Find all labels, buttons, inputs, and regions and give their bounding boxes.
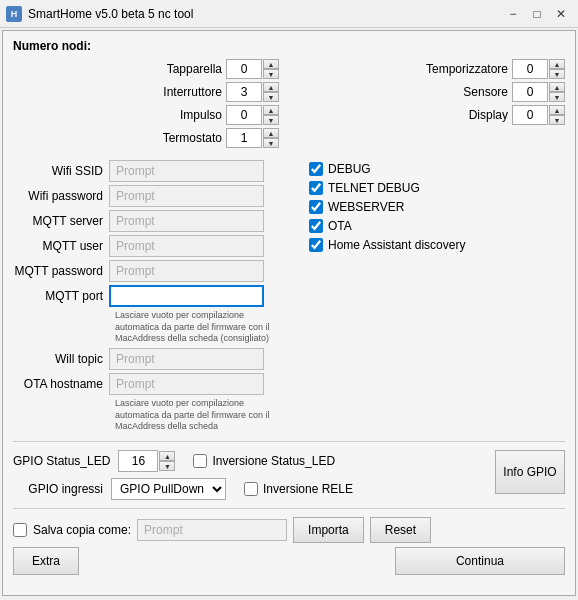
inversione-rele-row: Inversione RELE: [244, 482, 353, 496]
wifi-password-label: Wifi password: [13, 189, 103, 203]
mqtt-user-row: MQTT user: [13, 235, 289, 257]
minimize-button[interactable]: −: [502, 5, 524, 23]
ota-label: OTA: [328, 219, 352, 233]
termostato-down[interactable]: ▼: [263, 138, 279, 148]
impulso-spinner: ▲ ▼: [226, 105, 279, 125]
inversione-status-led-row: Inversione Status_LED: [193, 454, 335, 468]
inversione-status-led-checkbox[interactable]: [193, 454, 207, 468]
display-input[interactable]: [512, 105, 548, 125]
nodi-row-temporizzatore: Temporizzatore ▲ ▼: [299, 59, 565, 79]
nodi-row-display: Display ▲ ▼: [299, 105, 565, 125]
divider: [13, 441, 565, 442]
interruttore-up[interactable]: ▲: [263, 82, 279, 92]
ota-hint: Lasciare vuoto per compilazione automati…: [115, 398, 289, 433]
interruttore-down[interactable]: ▼: [263, 92, 279, 102]
title-bar-left: H SmartHome v5.0 beta 5 nc tool: [6, 6, 193, 22]
nodi-row-interruttore: Interruttore ▲ ▼: [13, 82, 279, 102]
divider2: [13, 508, 565, 509]
nodi-row-impulso: Impulso ▲ ▼: [13, 105, 279, 125]
interruttore-label: Interruttore: [142, 85, 222, 99]
gpio-status-led-up[interactable]: ▲: [159, 451, 175, 461]
inversione-rele-checkbox[interactable]: [244, 482, 258, 496]
salva-label: Salva copia come:: [33, 523, 131, 537]
close-button[interactable]: ✕: [550, 5, 572, 23]
mqtt-user-input[interactable]: [109, 235, 264, 257]
wifi-ssid-input[interactable]: [109, 160, 264, 182]
gpio-status-led-down[interactable]: ▼: [159, 461, 175, 471]
temporizzatore-up[interactable]: ▲: [549, 59, 565, 69]
telnet-checkbox-row: TELNET DEBUG: [309, 181, 565, 195]
app-title: SmartHome v5.0 beta 5 nc tool: [28, 7, 193, 21]
display-down[interactable]: ▼: [549, 115, 565, 125]
tapparella-input[interactable]: [226, 59, 262, 79]
maximize-button[interactable]: □: [526, 5, 548, 23]
tapparella-spinner-btns: ▲ ▼: [263, 59, 279, 79]
wifi-password-input[interactable]: [109, 185, 264, 207]
tapparella-spinner: ▲ ▼: [226, 59, 279, 79]
termostato-up[interactable]: ▲: [263, 128, 279, 138]
gpio-status-led-spinner-btns: ▲ ▼: [159, 451, 175, 471]
display-spinner-btns: ▲ ▼: [549, 105, 565, 125]
extra-button[interactable]: Extra: [13, 547, 79, 575]
reset-button[interactable]: Reset: [370, 517, 431, 543]
webserver-checkbox[interactable]: [309, 200, 323, 214]
debug-label: DEBUG: [328, 162, 371, 176]
gpio-status-led-label: GPIO Status_LED: [13, 454, 110, 468]
gpio-ingressi-select[interactable]: GPIO PullDown GPIO PullUp: [111, 478, 226, 500]
mqtt-server-row: MQTT server: [13, 210, 289, 232]
ota-hostname-input[interactable]: [109, 373, 264, 395]
ota-checkbox[interactable]: [309, 219, 323, 233]
gpio-status-led-spinner: ▲ ▼: [118, 450, 175, 472]
mqtt-port-input[interactable]: [109, 285, 264, 307]
section-label-nodi: Numero nodi:: [13, 39, 565, 53]
sensore-input[interactable]: [512, 82, 548, 102]
homeassistant-checkbox[interactable]: [309, 238, 323, 252]
mqtt-port-hint: Lasciare vuoto per compilazione automati…: [115, 310, 289, 345]
tapparella-down[interactable]: ▼: [263, 69, 279, 79]
temporizzatore-input[interactable]: [512, 59, 548, 79]
ota-hostname-row: OTA hostname: [13, 373, 289, 395]
gpio-status-led-input[interactable]: [118, 450, 158, 472]
importa-button[interactable]: Importa: [293, 517, 364, 543]
impulso-spinner-btns: ▲ ▼: [263, 105, 279, 125]
gpio-ingressi-row: GPIO ingressi GPIO PullDown GPIO PullUp …: [13, 478, 495, 500]
wifi-password-row: Wifi password: [13, 185, 289, 207]
gpio-rows-left: GPIO Status_LED ▲ ▼ Inversione Status_LE…: [13, 450, 495, 500]
debug-checkbox[interactable]: [309, 162, 323, 176]
display-label: Display: [428, 108, 508, 122]
salva-input[interactable]: [137, 519, 287, 541]
temporizzatore-label: Temporizzatore: [426, 62, 508, 76]
will-topic-input[interactable]: [109, 348, 264, 370]
gpio-section: GPIO Status_LED ▲ ▼ Inversione Status_LE…: [13, 450, 565, 500]
webserver-label: WEBSERVER: [328, 200, 404, 214]
impulso-down[interactable]: ▼: [263, 115, 279, 125]
sensore-up[interactable]: ▲: [549, 82, 565, 92]
form-right: DEBUG TELNET DEBUG WEBSERVER OTA Home As…: [289, 160, 565, 433]
ota-hint-row: Lasciare vuoto per compilazione automati…: [13, 398, 289, 433]
impulso-input[interactable]: [226, 105, 262, 125]
app-icon: H: [6, 6, 22, 22]
temporizzatore-down[interactable]: ▼: [549, 69, 565, 79]
termostato-spinner-btns: ▲ ▼: [263, 128, 279, 148]
salva-checkbox[interactable]: [13, 523, 27, 537]
interruttore-input[interactable]: [226, 82, 262, 102]
interruttore-spinner-btns: ▲ ▼: [263, 82, 279, 102]
footer-row: Extra Continua: [13, 547, 565, 575]
wifi-ssid-row: Wifi SSID: [13, 160, 289, 182]
mqtt-port-row: MQTT port: [13, 285, 289, 307]
mqtt-password-input[interactable]: [109, 260, 264, 282]
will-topic-row: Will topic: [13, 348, 289, 370]
impulso-up[interactable]: ▲: [263, 105, 279, 115]
termostato-input[interactable]: [226, 128, 262, 148]
termostato-label: Termostato: [142, 131, 222, 145]
continua-button[interactable]: Continua: [395, 547, 565, 575]
tapparella-up[interactable]: ▲: [263, 59, 279, 69]
mqtt-server-input[interactable]: [109, 210, 264, 232]
sensore-down[interactable]: ▼: [549, 92, 565, 102]
homeassistant-label: Home Assistant discovery: [328, 238, 465, 252]
inversione-status-led-label: Inversione Status_LED: [212, 454, 335, 468]
info-gpio-button[interactable]: Info GPIO: [495, 450, 565, 494]
display-up[interactable]: ▲: [549, 105, 565, 115]
interruttore-spinner: ▲ ▼: [226, 82, 279, 102]
telnet-debug-checkbox[interactable]: [309, 181, 323, 195]
